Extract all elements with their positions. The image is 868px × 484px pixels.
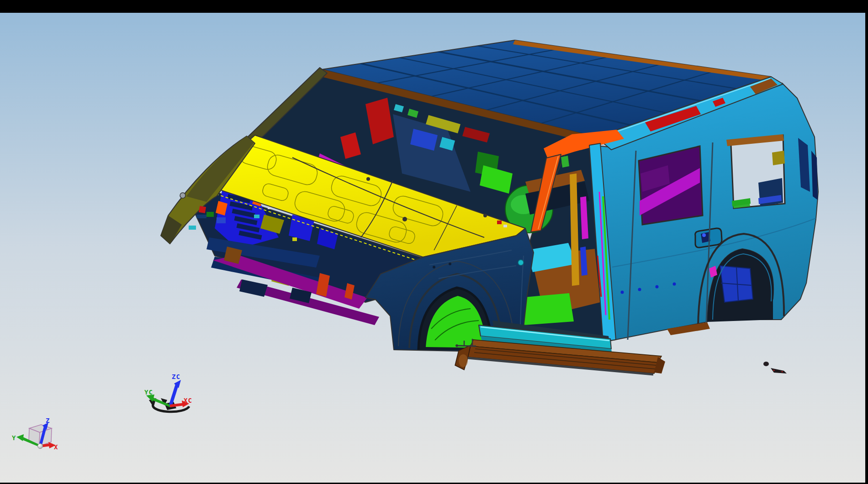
- wcs-z-label: ZC: [172, 373, 180, 380]
- spare-well-box[interactable]: [720, 266, 753, 302]
- csys-origin-sphere[interactable]: [38, 444, 43, 449]
- graphics-viewport[interactable]: ZC YC XC Z Y: [0, 13, 865, 483]
- acs-x-label: X: [54, 443, 58, 451]
- cad-application-window: ZC YC XC Z Y: [0, 0, 868, 484]
- wcs-y-label: YC: [144, 389, 153, 396]
- acs-z-label: Z: [46, 417, 50, 424]
- rear-door-window-aperture[interactable]: [639, 146, 703, 225]
- window-edge-right: [865, 0, 868, 484]
- wcs-x-label: XC: [184, 397, 192, 404]
- model-canvas[interactable]: ZC YC XC Z Y: [0, 13, 865, 483]
- window-titlebar: [0, 0, 868, 13]
- acs-y-label: Y: [12, 434, 16, 442]
